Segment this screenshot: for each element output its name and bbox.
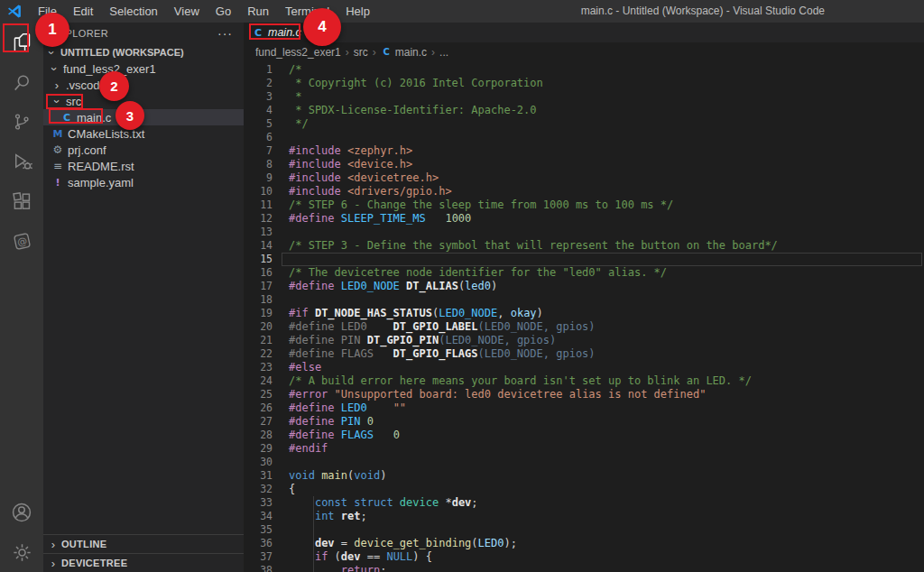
- breadcrumb-item--[interactable]: ...: [439, 46, 448, 59]
- line-number[interactable]: 8: [244, 158, 273, 171]
- code-line-16[interactable]: 16/* The devicetree node identifier for …: [244, 266, 924, 280]
- breadcrumb-item-fund-less2-exer1[interactable]: fund_less2_exer1: [255, 46, 341, 59]
- code-line-32[interactable]: 32{: [244, 483, 924, 496]
- source-control-icon[interactable]: [0, 102, 43, 142]
- line-number[interactable]: 19: [244, 307, 273, 320]
- line-number[interactable]: 26: [244, 401, 273, 415]
- menu-view[interactable]: View: [166, 0, 208, 23]
- line-number[interactable]: 4: [244, 104, 273, 117]
- line-number[interactable]: 6: [244, 131, 273, 144]
- code-line-12[interactable]: 12#define SLEEP_TIME_MS 1000: [244, 212, 924, 226]
- code-line-8[interactable]: 8#include <device.h>: [244, 158, 924, 171]
- breadcrumb-item-src[interactable]: src: [354, 46, 368, 59]
- run-debug-icon[interactable]: [0, 142, 43, 181]
- code-line-20[interactable]: 20#define LED0 DT_GPIO_LABEL(LED0_NODE, …: [244, 320, 924, 334]
- line-number[interactable]: 25: [244, 388, 273, 401]
- menu-go[interactable]: Go: [208, 0, 239, 23]
- line-number[interactable]: 33: [244, 496, 273, 510]
- code-line-1[interactable]: 1/*: [244, 63, 924, 77]
- code-line-4[interactable]: 4 * SPDX-License-Identifier: Apache-2.0: [244, 104, 924, 117]
- search-icon[interactable]: [0, 62, 43, 102]
- line-number[interactable]: 35: [244, 523, 273, 537]
- line-number[interactable]: 37: [244, 550, 273, 564]
- code-line-5[interactable]: 5 */: [244, 117, 924, 131]
- line-number[interactable]: 22: [244, 347, 273, 361]
- code-line-38[interactable]: 38 return;: [244, 564, 924, 572]
- code-line-28[interactable]: 28#define FLAGS 0: [244, 429, 924, 442]
- extensions-icon[interactable]: [0, 181, 43, 221]
- breadcrumb-item-main-c[interactable]: Cmain.c: [381, 46, 427, 59]
- at-extension-icon[interactable]: @: [0, 221, 43, 261]
- tree-item-prj-conf[interactable]: ⚙prj.conf: [43, 142, 244, 158]
- line-number[interactable]: 29: [244, 442, 273, 456]
- line-number[interactable]: 38: [244, 564, 273, 572]
- code-line-13[interactable]: 13: [244, 226, 924, 239]
- menu-edit[interactable]: Edit: [65, 0, 101, 23]
- tree-item-cmakelists-txt[interactable]: MCMakeLists.txt: [43, 125, 244, 142]
- code-line-25[interactable]: 25#error "Unsupported board: led0 device…: [244, 388, 924, 401]
- menu-file[interactable]: File: [30, 0, 65, 23]
- panel-outline[interactable]: ›OUTLINE: [43, 534, 244, 553]
- code-line-23[interactable]: 23#else: [244, 361, 924, 374]
- line-number[interactable]: 20: [244, 320, 273, 334]
- menu-terminal[interactable]: Terminal: [277, 0, 337, 23]
- line-number[interactable]: 14: [244, 239, 273, 253]
- tree-item-src[interactable]: ›src: [43, 93, 244, 109]
- line-number[interactable]: 7: [244, 144, 273, 158]
- code-line-37[interactable]: 37 if (dev == NULL) {: [244, 550, 924, 564]
- code-line-9[interactable]: 9#include <devicetree.h>: [244, 171, 924, 185]
- code-line-10[interactable]: 10#include <drivers/gpio.h>: [244, 185, 924, 198]
- line-number[interactable]: 28: [244, 429, 273, 442]
- line-number[interactable]: 9: [244, 171, 273, 185]
- code-line-22[interactable]: 22#define FLAGS DT_GPIO_FLAGS(LED0_NODE,…: [244, 347, 924, 361]
- code-line-6[interactable]: 6: [244, 131, 924, 144]
- explorer-icon[interactable]: [0, 23, 43, 62]
- more-actions-icon[interactable]: ···: [217, 26, 233, 41]
- code-line-21[interactable]: 21#define PIN DT_GPIO_PIN(LED0_NODE, gpi…: [244, 334, 924, 347]
- line-number[interactable]: 27: [244, 415, 273, 429]
- line-number[interactable]: 1: [244, 63, 273, 77]
- line-number[interactable]: 11: [244, 198, 273, 212]
- code-line-11[interactable]: 11/* STEP 6 - Change the sleep time from…: [244, 198, 924, 212]
- line-number[interactable]: 23: [244, 361, 273, 374]
- line-number[interactable]: 15: [244, 253, 273, 266]
- line-number[interactable]: 21: [244, 334, 273, 347]
- settings-gear-icon[interactable]: [0, 532, 43, 572]
- line-number[interactable]: 2: [244, 77, 273, 90]
- line-number[interactable]: 17: [244, 280, 273, 293]
- line-number[interactable]: 5: [244, 117, 273, 131]
- code-editor[interactable]: 1/*2 * Copyright (c) 2016 Intel Corporat…: [244, 63, 924, 572]
- code-line-2[interactable]: 2 * Copyright (c) 2016 Intel Corporation: [244, 77, 924, 90]
- line-number[interactable]: 34: [244, 510, 273, 523]
- code-line-36[interactable]: 36 dev = device_get_binding(LED0);: [244, 537, 924, 550]
- menu-run[interactable]: Run: [239, 0, 277, 23]
- line-number[interactable]: 10: [244, 185, 273, 198]
- line-number[interactable]: 18: [244, 293, 273, 307]
- line-number[interactable]: 12: [244, 212, 273, 226]
- line-number[interactable]: 24: [244, 374, 273, 388]
- code-line-35[interactable]: 35: [244, 523, 924, 537]
- code-line-17[interactable]: 17#define LED0_NODE DT_ALIAS(led0): [244, 280, 924, 293]
- tree-item-fund-less2-exer1[interactable]: ›fund_less2_exer1: [43, 60, 244, 77]
- code-line-27[interactable]: 27#define PIN 0: [244, 415, 924, 429]
- code-line-3[interactable]: 3 *: [244, 90, 924, 104]
- line-number[interactable]: 32: [244, 483, 273, 496]
- account-icon[interactable]: [0, 493, 43, 532]
- code-line-24[interactable]: 24/* A build error here means your board…: [244, 374, 924, 388]
- tree-item--vscode[interactable]: ›.vscode: [43, 77, 244, 93]
- code-line-7[interactable]: 7#include <zephyr.h>: [244, 144, 924, 158]
- tree-item-untitled-workspace-[interactable]: ›UNTITLED (WORKSPACE): [43, 44, 244, 60]
- line-number[interactable]: 13: [244, 226, 273, 239]
- code-line-29[interactable]: 29#endif: [244, 442, 924, 456]
- line-number[interactable]: 31: [244, 469, 273, 483]
- code-line-34[interactable]: 34 int ret;: [244, 510, 924, 523]
- code-line-31[interactable]: 31void main(void): [244, 469, 924, 483]
- line-number[interactable]: 30: [244, 456, 273, 469]
- menu-help[interactable]: Help: [337, 0, 378, 23]
- code-line-30[interactable]: 30: [244, 456, 924, 469]
- code-line-18[interactable]: 18: [244, 293, 924, 307]
- tree-item-sample-yaml[interactable]: !sample.yaml: [43, 174, 244, 190]
- tab-main-c[interactable]: C main.c: [244, 23, 314, 42]
- tree-item-readme-rst[interactable]: ≡README.rst: [43, 158, 244, 174]
- code-line-33[interactable]: 33 const struct device *dev;: [244, 496, 924, 510]
